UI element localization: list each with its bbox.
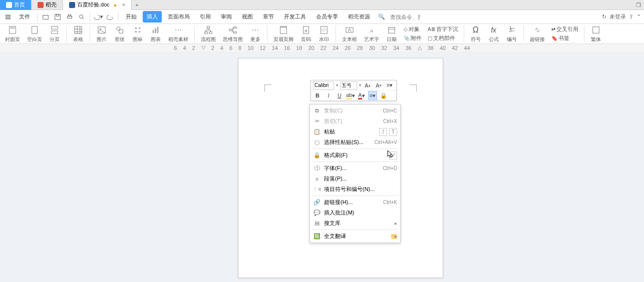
font-family-input[interactable] <box>313 82 334 90</box>
sync-icon[interactable]: ↻ <box>602 14 606 20</box>
cm-cut: ✂ 剪切(T) Ctrl+X <box>310 116 400 126</box>
svg-rect-1 <box>55 14 61 20</box>
cm-comment[interactable]: 💬 插入批注(M) <box>310 208 400 218</box>
hamburger-icon[interactable] <box>3 12 13 22</box>
flowchart-button[interactable]: 流程图 <box>199 25 218 43</box>
separator <box>336 26 336 42</box>
cm-search-lib[interactable]: ▤ 搜文库 ▸ <box>310 218 400 228</box>
cm-format-brush[interactable]: 🔒 格式刷(F) 🖌 <box>310 150 400 160</box>
font-color-button[interactable]: A▾ <box>357 91 366 100</box>
window-maximize-icon[interactable]: ❐ <box>633 0 644 10</box>
close-icon[interactable]: × <box>122 2 125 8</box>
paste-opt-2-icon[interactable]: T <box>389 128 397 136</box>
crossref-button[interactable]: ⇄ 交叉引用 <box>550 25 580 34</box>
icons-button[interactable]: 图标 <box>130 25 145 43</box>
print-icon[interactable] <box>65 12 75 22</box>
table-button[interactable]: 表格 <box>71 25 86 43</box>
symbol-label: 符号 <box>471 36 481 43</box>
attachment-button[interactable]: 📎 附件 <box>402 34 423 42</box>
decrease-font-icon[interactable]: A▾ <box>374 81 383 90</box>
tab-pagelayout[interactable]: 页面布局 <box>164 11 194 22</box>
bookmark-button[interactable]: 🔖 书签 <box>550 34 580 42</box>
tab-resource[interactable]: 稻壳资源 <box>344 11 374 22</box>
tab-reference[interactable]: 引用 <box>196 11 215 22</box>
equation-button[interactable]: fx公式 <box>486 25 501 43</box>
align-button[interactable]: ≡▾ <box>368 91 377 100</box>
tab-section[interactable]: 章节 <box>259 11 278 22</box>
svg-rect-20 <box>153 30 154 33</box>
mindmap-button[interactable]: 思维导图 <box>221 25 245 43</box>
cm-paragraph[interactable]: ≡ 段落(P)... <box>310 174 400 184</box>
highlight-button[interactable]: ab▾ <box>346 91 355 100</box>
blank-page-button[interactable]: 空白页 <box>25 25 44 43</box>
object-button[interactable]: ◇ 对象 <box>402 25 423 34</box>
watermark-button[interactable]: W水印 <box>316 25 332 43</box>
tab-view[interactable]: 视图 <box>238 11 257 22</box>
preview-icon[interactable] <box>77 12 87 22</box>
flowchart-label: 流程图 <box>201 36 216 43</box>
tab-daoke[interactable]: 稻壳 <box>32 0 63 10</box>
tab-document[interactable]: 百度经验.doc ● × <box>63 0 132 10</box>
hyperlink-button[interactable]: 超链接 <box>528 25 547 43</box>
page-number-button[interactable]: #页码 <box>298 25 313 43</box>
search-input[interactable] <box>390 14 420 20</box>
header-footer-button[interactable]: 页眉页脚 <box>271 25 295 43</box>
bold-button[interactable]: B <box>313 91 322 100</box>
cm-bullets[interactable]: ⋮≡ 项目符号和编号(N)... <box>310 184 400 194</box>
paste-icon: 📋 <box>313 128 321 136</box>
cm-paste[interactable]: 📋 粘贴 ⤴T <box>310 126 400 137</box>
tab-doc-label: 百度经验.doc <box>77 1 110 8</box>
more-button[interactable]: ⋯更多 <box>248 25 263 43</box>
cm-font[interactable]: ⓣ 字体(F)... Ctrl+D <box>310 163 400 174</box>
cm-hyperlink[interactable]: 🔗 超链接(H)... Ctrl+K <box>310 197 400 208</box>
tab-add-button[interactable]: + <box>132 2 142 8</box>
tab-start[interactable]: 开始 <box>122 11 141 22</box>
separator <box>118 12 119 22</box>
symbol-button[interactable]: Ω符号 <box>468 25 483 43</box>
svg-rect-7 <box>11 27 15 28</box>
font-size-input[interactable] <box>340 82 357 90</box>
page-break-button[interactable]: 分页 <box>47 25 62 43</box>
cm-paste-special[interactable]: ▢ 选择性粘贴(S)... Ctrl+Alt+V <box>310 137 400 148</box>
line-spacing-icon[interactable]: ≡▾ <box>385 81 394 90</box>
svg-rect-15 <box>119 30 123 33</box>
italic-button[interactable]: I <box>324 91 333 100</box>
tab-devtools[interactable]: 开发工具 <box>280 11 310 22</box>
open-icon[interactable] <box>41 12 51 22</box>
share-icon[interactable]: ⇪ <box>629 14 633 20</box>
mini-toolbar[interactable]: ▾ ▾ A▴ A▾ ≡▾ B I U ab▾ A▾ ≡▾ 🔒 <box>310 80 397 101</box>
redo-icon[interactable] <box>105 12 115 22</box>
file-menu[interactable]: 文件 <box>15 11 34 22</box>
wordart-button[interactable]: A艺术字 <box>362 25 381 43</box>
resources-button[interactable]: ⋯稻壳素材 <box>166 25 190 43</box>
copy-icon: ⧉ <box>313 107 321 115</box>
underline-button[interactable]: U <box>335 91 344 100</box>
shapes-button[interactable]: 形状 <box>112 25 127 43</box>
save-icon[interactable] <box>53 12 63 22</box>
cm-translate[interactable]: 🈯 全文翻译 ▸ <box>310 231 400 242</box>
svg-rect-8 <box>32 26 38 33</box>
traditional-button[interactable]: 繁体 <box>588 25 603 43</box>
tab-review[interactable]: 审阅 <box>217 11 236 22</box>
svg-rect-22 <box>157 26 159 33</box>
picture-button[interactable]: 图片 <box>94 25 109 43</box>
doc-parts-button[interactable]: ▢ 文档部件 <box>426 34 460 42</box>
dropcap-button[interactable]: A≣ 首字下沉 <box>426 25 460 34</box>
increase-font-icon[interactable]: A▴ <box>363 81 372 90</box>
undo-icon[interactable]: ▾ <box>93 12 103 22</box>
cover-page-button[interactable]: 封面页 <box>3 25 22 43</box>
paste-opt-1-icon[interactable]: ⤴ <box>379 128 387 136</box>
tab-home[interactable]: 首页 <box>0 0 32 10</box>
date-button[interactable]: 日期 <box>384 25 399 43</box>
textbox-button[interactable]: A文本框 <box>340 25 359 43</box>
search-icon[interactable]: 🔍 <box>378 14 385 20</box>
collapse-icon[interactable]: ⌃ <box>636 14 641 20</box>
svg-rect-24 <box>205 32 207 34</box>
numbering-button[interactable]: 12编号 <box>504 25 519 43</box>
chart-button[interactable]: 图表 <box>148 25 163 43</box>
lock-button[interactable]: 🔒 <box>379 91 388 100</box>
svg-rect-26 <box>229 29 232 31</box>
login-label[interactable]: 未登录 <box>609 13 626 20</box>
tab-member[interactable]: 会员专享 <box>312 11 342 22</box>
tab-insert[interactable]: 插入 <box>143 11 162 22</box>
